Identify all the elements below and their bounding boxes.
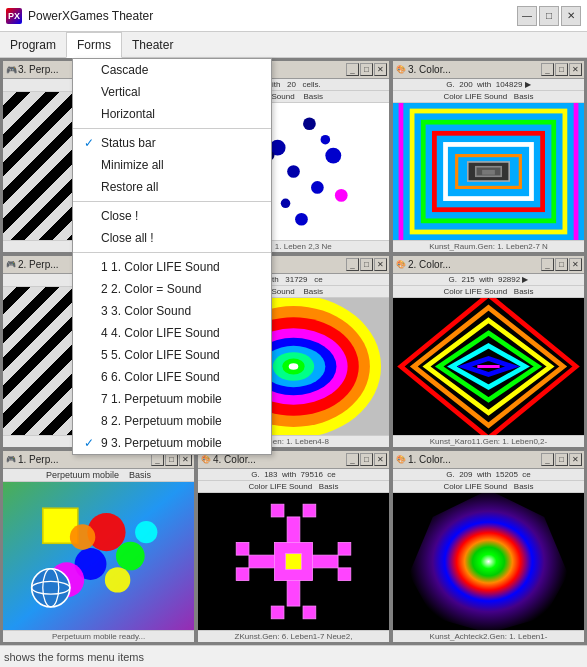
statusbar-check: ✓ xyxy=(81,136,97,150)
svg-point-47 xyxy=(32,569,70,607)
sw4-color-minimize[interactable]: _ xyxy=(346,63,359,76)
window-title: PowerXGames Theater xyxy=(28,9,153,23)
svg-rect-55 xyxy=(287,581,300,606)
dropdown-window-4[interactable]: 4 4. Color LIFE Sound xyxy=(73,322,271,344)
minimize-all-check xyxy=(81,158,97,172)
sw1-perp-content: Perpetuum mobile Basis xyxy=(3,469,194,642)
sw4-color-frac-header2: Color LIFE Sound Basis xyxy=(198,481,389,493)
menu-item-forms[interactable]: Forms xyxy=(66,32,122,58)
sw1-perp-canvas xyxy=(3,482,194,630)
dropdown-minimize-all[interactable]: Minimize all xyxy=(73,154,271,176)
sub-window-4-color-frac: 🎨 4. Color... _ □ ✕ G. 183 with 79516 ce… xyxy=(197,450,390,643)
sw1-color-acht-header2: Color LIFE Sound Basis xyxy=(393,481,584,493)
sw2-color-mid-restore[interactable]: □ xyxy=(360,258,373,271)
dropdown-window-5[interactable]: 5 5. Color LIFE Sound xyxy=(73,344,271,366)
dropdown-window-9[interactable]: ✓ 9 3. Perpetuum mobile xyxy=(73,432,271,454)
sw4-color-frac-minimize[interactable]: _ xyxy=(346,453,359,466)
sw2-color-right-footer: Kunst_Karo11.Gen: 1. Leben0,2- xyxy=(393,435,584,447)
dropdown-window-1[interactable]: 1 1. Color LIFE Sound xyxy=(73,256,271,278)
dropdown-window-2[interactable]: 2 2. Color = Sound xyxy=(73,278,271,300)
dropdown-horizontal[interactable]: Horizontal xyxy=(73,103,271,125)
dropdown-window-8[interactable]: 8 2. Perpetuum mobile xyxy=(73,410,271,432)
horizontal-check xyxy=(81,107,97,121)
sw3-color-right-header2: Color LIFE Sound Basis xyxy=(393,91,584,103)
dropdown-statusbar[interactable]: ✓ Status bar xyxy=(73,132,271,154)
close-all-check xyxy=(81,231,97,245)
svg-rect-21 xyxy=(482,170,495,175)
menu-item-program[interactable]: Program xyxy=(0,32,66,57)
sw4-color-close[interactable]: ✕ xyxy=(374,63,387,76)
dropdown-close-all[interactable]: Close all ! xyxy=(73,227,271,249)
sw2-color-right-canvas xyxy=(393,298,584,435)
sw3-color-right-header1: G. 200 with 104829 ▶ xyxy=(393,79,584,91)
dropdown-window-6[interactable]: 6 6. Color LIFE Sound xyxy=(73,366,271,388)
sw2-color-right-minimize[interactable]: _ xyxy=(541,258,554,271)
sw2-color-right-restore[interactable]: □ xyxy=(555,258,568,271)
win5-check xyxy=(81,348,97,362)
sw1-color-acht-restore[interactable]: □ xyxy=(555,453,568,466)
sw2-color-mid-minimize[interactable]: _ xyxy=(346,258,359,271)
sw1-perp-footer: Perpetuum mobile ready... xyxy=(3,630,194,642)
sw2-color-mid-close[interactable]: ✕ xyxy=(374,258,387,271)
sw3-color-right-footer: Kunst_Raum.Gen: 1. Leben2-7 N xyxy=(393,240,584,252)
sw4-color-frac-title: 4. Color... xyxy=(213,454,345,465)
sub-window-1-color-acht: 🎨 1. Color... _ □ ✕ G. 209 with 15205 ce… xyxy=(392,450,585,643)
sw1-perp-title: 1. Perp... xyxy=(18,454,150,465)
win6-check xyxy=(81,370,97,384)
sub-window-1-perp: 🎮 1. Perp... _ □ ✕ Perpetuum mobile Basi… xyxy=(2,450,195,643)
svg-rect-64 xyxy=(286,554,302,570)
svg-point-3 xyxy=(325,148,341,164)
sw3-color-right-titlebar: 🎨 3. Color... _ □ ✕ xyxy=(393,61,584,79)
sw4-color-frac-footer: ZKunst.Gen: 6. Leben1-7 Neue2, xyxy=(198,630,389,642)
dropdown-vertical[interactable]: Vertical xyxy=(73,81,271,103)
restore-all-check xyxy=(81,180,97,194)
win3-check xyxy=(81,304,97,318)
menu-item-theater[interactable]: Theater xyxy=(122,32,183,57)
sub-window-2-color-right: 🎨 2. Color... _ □ ✕ G. 215 with 92892 ▶ … xyxy=(392,255,585,448)
svg-point-2 xyxy=(303,117,316,130)
sw1-color-acht-minimize[interactable]: _ xyxy=(541,453,554,466)
win2-check xyxy=(81,282,97,296)
svg-point-41 xyxy=(116,542,145,571)
svg-point-45 xyxy=(135,521,157,543)
separator-3 xyxy=(73,252,271,253)
dropdown-close[interactable]: Close ! xyxy=(73,205,271,227)
sw1-color-acht-close[interactable]: ✕ xyxy=(569,453,582,466)
window-controls[interactable]: — □ ✕ xyxy=(517,6,581,26)
sw2-color-right-close[interactable]: ✕ xyxy=(569,258,582,271)
dropdown-cascade[interactable]: Cascade xyxy=(73,59,271,81)
svg-point-46 xyxy=(70,524,95,549)
sw3-color-right-title: 3. Color... xyxy=(408,64,540,75)
svg-rect-56 xyxy=(236,542,249,555)
sw3-color-right-content: G. 200 with 104829 ▶ Color LIFE Sound Ba… xyxy=(393,79,584,252)
sw3-color-right-close[interactable]: ✕ xyxy=(569,63,582,76)
sw3-color-right-restore[interactable]: □ xyxy=(555,63,568,76)
sw3-perp-icon: 🎮 xyxy=(5,64,17,76)
sw1-color-acht-titlebar: 🎨 1. Color... _ □ ✕ xyxy=(393,451,584,469)
cascade-check xyxy=(81,63,97,77)
sw1-perp-header: Perpetuum mobile Basis xyxy=(3,469,194,482)
dropdown-window-7[interactable]: 7 1. Perpetuum mobile xyxy=(73,388,271,410)
sw2-color-right-title: 2. Color... xyxy=(408,259,540,270)
sw3-color-right-minimize[interactable]: _ xyxy=(541,63,554,76)
sw4-color-frac-restore[interactable]: □ xyxy=(360,453,373,466)
svg-rect-61 xyxy=(303,504,316,517)
sw1-color-acht-footer: Kunst_Achteck2.Gen: 1. Leben1- xyxy=(393,630,584,642)
sw3-color-right-icon: 🎨 xyxy=(395,64,407,76)
sw4-color-frac-close[interactable]: ✕ xyxy=(374,453,387,466)
minimize-button[interactable]: — xyxy=(517,6,537,26)
svg-rect-53 xyxy=(313,555,338,568)
dropdown-window-3[interactable]: 3 3. Color Sound xyxy=(73,300,271,322)
close-button[interactable]: ✕ xyxy=(561,6,581,26)
maximize-button[interactable]: □ xyxy=(539,6,559,26)
menu-bar: Program Forms Theater xyxy=(0,32,587,58)
sw4-color-frac-content: G. 183 with 79516 ce Color LIFE Sound Ba… xyxy=(198,469,389,642)
dropdown-restore-all[interactable]: Restore all xyxy=(73,176,271,198)
sw1-perp-icon: 🎮 xyxy=(5,454,17,466)
sw4-color-restore[interactable]: □ xyxy=(360,63,373,76)
status-bar: shows the forms menu items xyxy=(0,645,587,667)
sw1-color-acht-title: 1. Color... xyxy=(408,454,540,465)
win7-check xyxy=(81,392,97,406)
separator-1 xyxy=(73,128,271,129)
sw1-color-acht-header1: G. 209 with 15205 ce xyxy=(393,469,584,481)
